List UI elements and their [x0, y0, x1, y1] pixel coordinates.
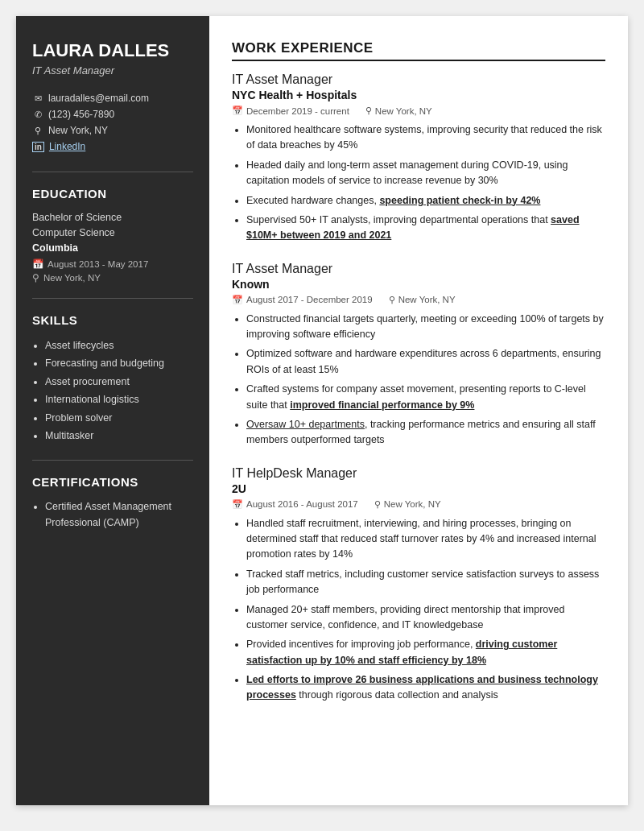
education-section: EDUCATION Bachelor of Science Computer S…	[32, 187, 193, 283]
divider-2	[32, 298, 193, 299]
email-icon: ✉	[32, 93, 43, 104]
edu-location-icon: ⚲	[32, 272, 39, 283]
skills-heading: SKILLS	[32, 313, 193, 327]
bullet: Handled staff recruitment, interviewing,…	[246, 516, 605, 563]
job-1-meta: 📅 December 2019 - current ⚲ New York, NY	[232, 105, 605, 116]
bullet: Tracked staff metrics, including custome…	[246, 567, 605, 598]
job-3-location: ⚲ New York, NY	[374, 499, 441, 510]
bullet: Supervised 50+ IT analysts, improving de…	[246, 213, 605, 244]
highlight: driving customer satisfaction up by 10% …	[246, 639, 557, 665]
highlight: improved financial performance by 9%	[290, 399, 474, 411]
bullet: Oversaw 10+ departments, tracking perfor…	[246, 417, 605, 449]
job-2-location: ⚲ New York, NY	[389, 295, 456, 305]
edu-location: ⚲ New York, NY	[32, 272, 193, 283]
contact-section: ✉ lauradalles@email.com ✆ (123) 456-7890…	[32, 93, 193, 152]
job-2: IT Asset Manager Known 📅 August 2017 - D…	[232, 262, 605, 449]
certifications-heading: CERTIFICATIONS	[32, 475, 193, 489]
candidate-name: LAURA DALLES	[32, 40, 193, 61]
cert-item: Certified Asset Management Professional …	[45, 498, 193, 531]
cert-list: Certified Asset Management Professional …	[32, 498, 193, 531]
edu-degree: Bachelor of Science	[32, 210, 193, 225]
bullet: Executed hardware changes, speeding pati…	[246, 193, 605, 209]
resume-container: LAURA DALLES IT Asset Manager ✉ lauradal…	[16, 16, 628, 805]
location-icon: ⚲	[365, 105, 372, 116]
divider-1	[32, 172, 193, 172]
location-icon: ⚲	[32, 126, 43, 136]
job-3-meta: 📅 August 2016 - August 2017 ⚲ New York, …	[232, 499, 605, 510]
highlight: Led efforts to improve 26 business appli…	[246, 674, 598, 701]
skill-item: Multitasker	[45, 427, 193, 445]
edu-dates: 📅 August 2013 - May 2017	[32, 258, 193, 270]
job-2-dates: 📅 August 2017 - December 2019	[232, 295, 373, 305]
calendar-icon: 📅	[232, 295, 243, 305]
skill-item: Forecasting and budgeting	[45, 354, 193, 373]
contact-linkedin[interactable]: in LinkedIn	[32, 141, 193, 152]
job-2-company: Known	[232, 278, 605, 291]
skill-item: Problem solver	[45, 409, 193, 428]
bullet: Crafted systems for company asset moveme…	[246, 382, 605, 413]
skill-item: Asset procurement	[45, 373, 193, 391]
calendar-icon: 📅	[232, 499, 243, 510]
job-1-title: IT Asset Manager	[232, 72, 605, 87]
divider-3	[32, 460, 193, 461]
skill-item: International logistics	[45, 391, 193, 409]
job-2-title: IT Asset Manager	[232, 262, 605, 276]
job-1-bullets: Monitored healthcare software systems, i…	[232, 122, 605, 244]
contact-location: ⚲ New York, NY	[32, 125, 193, 136]
certifications-section: CERTIFICATIONS Certified Asset Managemen…	[32, 475, 193, 531]
location-icon: ⚲	[374, 499, 381, 510]
calendar-icon: 📅	[232, 105, 243, 116]
edu-field: Computer Science	[32, 225, 193, 241]
linkedin-icon: in	[32, 142, 44, 152]
location-icon: ⚲	[389, 295, 395, 305]
job-1: IT Asset Manager NYC Health + Hospitals …	[232, 72, 605, 244]
job-1-location: ⚲ New York, NY	[365, 105, 432, 116]
job-1-company: NYC Health + Hospitals	[232, 89, 605, 101]
job-3-company: 2U	[232, 482, 605, 495]
job-2-bullets: Constructed financial targets quarterly,…	[232, 312, 605, 449]
phone-icon: ✆	[32, 110, 43, 120]
job-3-title: IT HelpDesk Manager	[232, 466, 605, 481]
bullet: Headed daily and long-term asset managem…	[246, 158, 605, 189]
education-heading: EDUCATION	[32, 187, 193, 201]
contact-email: ✉ lauradalles@email.com	[32, 93, 193, 104]
sidebar: LAURA DALLES IT Asset Manager ✉ lauradal…	[16, 16, 209, 805]
bullet: Monitored healthcare software systems, i…	[246, 122, 605, 154]
job-2-meta: 📅 August 2017 - December 2019 ⚲ New York…	[232, 295, 605, 305]
bullet: Led efforts to improve 26 business appli…	[246, 672, 605, 704]
bullet: Provided incentives for improving job pe…	[246, 637, 605, 668]
job-3-bullets: Handled staff recruitment, interviewing,…	[232, 516, 605, 704]
bullet: Managed 20+ staff members, providing dir…	[246, 602, 605, 634]
bullet: Constructed financial targets quarterly,…	[246, 312, 605, 343]
job-3: IT HelpDesk Manager 2U 📅 August 2016 - A…	[232, 466, 605, 704]
bullet: Optimized software and hardware expendit…	[246, 346, 605, 378]
highlight: saved $10M+ between 2019 and 2021	[246, 214, 580, 241]
calendar-icon: 📅	[32, 258, 43, 270]
candidate-title: IT Asset Manager	[32, 64, 193, 76]
contact-phone: ✆ (123) 456-7890	[32, 109, 193, 120]
highlight: speeding patient check-in by 42%	[379, 195, 540, 206]
job-1-dates: 📅 December 2019 - current	[232, 105, 349, 116]
work-experience-heading: WORK EXPERIENCE	[232, 40, 605, 61]
main-content: WORK EXPERIENCE IT Asset Manager NYC Hea…	[209, 16, 628, 805]
job-3-dates: 📅 August 2016 - August 2017	[232, 499, 358, 510]
highlight: Oversaw 10+ departments	[246, 419, 365, 430]
linkedin-link[interactable]: LinkedIn	[49, 141, 85, 152]
skills-section: SKILLS Asset lifecycles Forecasting and …	[32, 313, 193, 445]
skill-item: Asset lifecycles	[45, 337, 193, 355]
skills-list: Asset lifecycles Forecasting and budgeti…	[32, 337, 193, 445]
edu-school: Columbia	[32, 241, 193, 256]
